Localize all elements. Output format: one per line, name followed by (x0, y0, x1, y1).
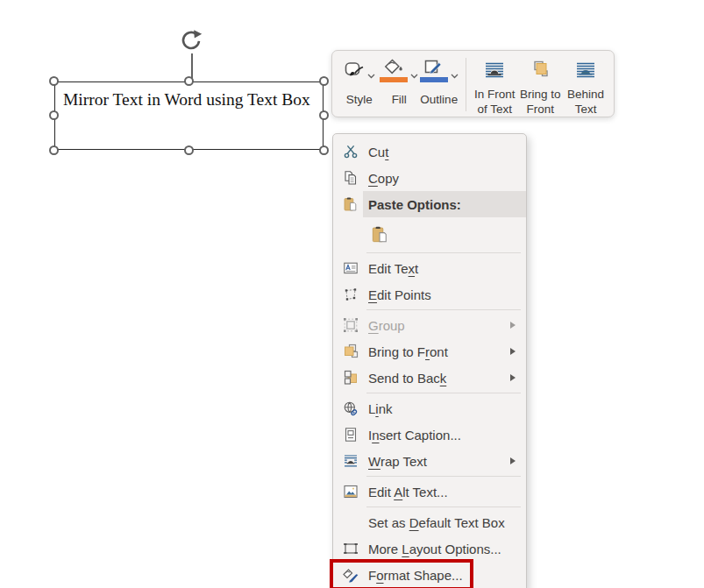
menu-item-wrap-text[interactable]: Wrap Text (333, 448, 526, 474)
paste-option-icon[interactable] (366, 221, 393, 247)
menu-item-label: Set as Default Text Box (368, 515, 510, 530)
edit-points-icon (333, 287, 368, 302)
selection-handle-middle-left[interactable] (49, 110, 59, 120)
menu-separator (366, 252, 521, 253)
menu-item-group[interactable]: Group (333, 312, 526, 338)
menu-separator (366, 393, 521, 393)
menu-item-more-layout-options[interactable]: More Layout Options... (333, 535, 526, 562)
textbox-text: Mirror Text in Word using Text Box (55, 82, 311, 111)
menu-separator (366, 476, 521, 477)
menu-item-label: Send to Back (368, 371, 510, 386)
selection-handle-top-middle[interactable] (184, 76, 194, 86)
menu-item-send-to-back[interactable]: Send to Back (333, 365, 526, 391)
menu-item-label: Group (368, 318, 510, 333)
send-to-back-icon (333, 370, 368, 386)
menu-item-label: Bring to Front (368, 344, 510, 359)
menu-item-edit-alt-text[interactable]: Edit Alt Text... (333, 478, 526, 505)
style-button-label: Style (346, 93, 373, 106)
menu-item-label: Insert Caption... (368, 428, 510, 443)
menu-item-insert-caption[interactable]: Insert Caption... (333, 422, 526, 448)
group-icon (333, 317, 368, 333)
context-menu: CutCopyPaste Options:Edit TextEdit Point… (332, 133, 527, 588)
rotate-handle-icon[interactable] (178, 26, 206, 54)
menu-item-label: Edit Text (368, 261, 510, 276)
menu-item-copy[interactable]: Copy (333, 165, 526, 191)
wrap-text-icon (333, 453, 368, 469)
menu-item-label: Cut (368, 145, 510, 159)
word-document-canvas: Mirror Text in Word using Text Box (0, 0, 704, 588)
menu-item-format-shape[interactable]: Format Shape... (333, 562, 526, 588)
text-box[interactable]: Mirror Text in Word using Text Box (54, 81, 324, 150)
paste-icon (333, 196, 368, 212)
submenu-arrow-icon (510, 457, 526, 464)
fill-button[interactable]: Fill (380, 56, 420, 113)
submenu-arrow-icon (510, 322, 526, 329)
chevron-down-icon (367, 67, 375, 82)
shape-style-icon (344, 59, 365, 85)
selection-handle-middle-right[interactable] (319, 110, 329, 120)
fill-bucket-icon (380, 59, 408, 82)
selection-handle-bottom-right[interactable] (319, 145, 329, 155)
selection-handle-top-right[interactable] (319, 76, 329, 86)
edit-text-icon (333, 260, 368, 276)
menu-item-label: Link (368, 401, 510, 416)
behind-text-icon (574, 60, 597, 85)
format-shape-icon (333, 567, 368, 583)
chevron-down-icon (410, 67, 418, 82)
link-icon (333, 400, 368, 416)
menu-item-paste-option-keep-source-formatting[interactable] (333, 217, 526, 251)
mini-toolbar: Style Fill (331, 50, 615, 117)
bring-to-front-icon (529, 60, 551, 85)
chevron-down-icon (451, 67, 459, 82)
fill-color-bar (380, 77, 408, 82)
submenu-arrow-icon (510, 348, 526, 355)
bring-to-front-button[interactable]: Bring to Front (517, 56, 563, 113)
submenu-arrow-icon (510, 374, 526, 381)
insert-caption-icon (333, 427, 368, 443)
menu-separator (366, 309, 521, 310)
menu-item-bring-to-front[interactable]: Bring to Front (333, 338, 526, 365)
menu-item-paste-options[interactable]: Paste Options: (333, 191, 526, 217)
copy-icon (333, 170, 368, 186)
in-front-of-text-button[interactable]: In Front of Text (472, 56, 517, 113)
menu-item-link[interactable]: Link (333, 395, 526, 422)
menu-item-set-as-default-text-box[interactable]: Set as Default Text Box (333, 509, 526, 535)
menu-item-edit-text[interactable]: Edit Text (333, 255, 526, 281)
outline-pencil-icon (420, 59, 448, 82)
menu-item-label: Paste Options: (368, 197, 510, 212)
behind-text-label: Behind Text (563, 88, 608, 117)
outline-color-bar (420, 77, 448, 82)
bring-to-front-icon (333, 344, 368, 359)
menu-item-label: Edit Alt Text... (368, 485, 510, 499)
fill-button-label: Fill (392, 93, 407, 106)
bring-to-front-label: Bring to Front (517, 88, 563, 117)
selection-handle-top-left[interactable] (49, 76, 59, 86)
menu-item-label: Wrap Text (368, 454, 510, 469)
behind-text-button[interactable]: Behind Text (563, 56, 608, 113)
outline-button-label: Outline (420, 93, 458, 106)
scissors-icon (333, 144, 368, 159)
menu-item-label: Format Shape... (368, 568, 510, 583)
selection-handle-bottom-left[interactable] (49, 145, 59, 155)
menu-item-label: Edit Points (368, 287, 510, 302)
selection-handle-bottom-middle[interactable] (184, 145, 194, 155)
menu-item-label: More Layout Options... (368, 542, 510, 556)
menu-separator (366, 507, 521, 507)
layout-options-icon (333, 541, 368, 556)
menu-item-cut[interactable]: Cut (333, 138, 526, 165)
toolbar-separator (466, 58, 466, 111)
menu-item-label: Copy (368, 171, 510, 186)
outline-button[interactable]: Outline (419, 56, 459, 113)
edit-alt-text-icon (333, 484, 368, 499)
in-front-of-text-label: In Front of Text (472, 88, 517, 117)
style-button[interactable]: Style (339, 56, 380, 113)
menu-item-edit-points[interactable]: Edit Points (333, 281, 526, 308)
in-front-of-text-icon (483, 60, 506, 85)
